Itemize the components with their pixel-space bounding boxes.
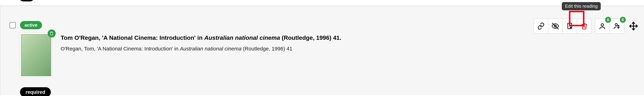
- instructors-count: 0: [607, 18, 609, 22]
- status-label: active: [24, 22, 38, 28]
- link-icon: [537, 22, 545, 30]
- students-button[interactable]: 0: [610, 19, 624, 33]
- svg-point-3: [601, 24, 604, 26]
- toolbar-group-main: [534, 18, 592, 34]
- svg-rect-0: [51, 32, 52, 32]
- book-thumbnail[interactable]: [20, 32, 52, 78]
- instructors-count-badge: 0: [605, 17, 611, 23]
- sub-tail: (Routledge, 1996) 41: [242, 46, 292, 52]
- move-icon: [629, 22, 638, 31]
- reading-title[interactable]: Tom O'Regan, 'A National Cinema: Introdu…: [61, 34, 535, 42]
- hide-button[interactable]: [548, 19, 563, 33]
- instructors-button[interactable]: 0: [595, 19, 610, 33]
- select-checkbox[interactable]: [10, 22, 16, 28]
- person-icon: [598, 22, 606, 30]
- row-toolbar: 0 0: [534, 18, 639, 34]
- book-icon: [50, 31, 54, 36]
- visibility-off-icon: [551, 22, 559, 30]
- book-cover: [21, 34, 51, 76]
- link-button[interactable]: [534, 19, 548, 33]
- hidden-top-pill: [19, 0, 34, 2]
- title-author: Tom O'Regan, 'A National Cinema: Introdu…: [61, 34, 204, 41]
- importance-label: required: [26, 89, 45, 95]
- trash-icon: [581, 22, 588, 30]
- edit-button[interactable]: [563, 19, 577, 33]
- reading-text: Tom O'Regan, 'A National Cinema: Introdu…: [61, 34, 535, 52]
- title-tail: (Routledge, 1996) 41.: [280, 34, 341, 41]
- sub-author: O'Regan, Tom, 'A National Cinema: Introd…: [61, 46, 180, 52]
- delete-button[interactable]: [577, 19, 592, 33]
- toolbar-group-users: 0 0: [595, 18, 624, 34]
- reading-row: active Tom O'Regan, 'A National Cinema: …: [0, 6, 644, 95]
- reading-subtitle: O'Regan, Tom, 'A National Cinema: Introd…: [61, 46, 535, 52]
- book-type-badge: [48, 30, 56, 38]
- status-badge: active: [20, 21, 42, 29]
- students-count-badge: 0: [620, 17, 626, 23]
- edit-tooltip: Edit this reading: [562, 2, 601, 10]
- svg-point-4: [615, 24, 617, 26]
- edit-note-icon: [566, 22, 574, 30]
- drag-handle[interactable]: [628, 21, 639, 31]
- students-count: 0: [622, 18, 624, 22]
- sub-source: Australian national cinema: [180, 46, 242, 52]
- importance-badge: required: [20, 87, 51, 96]
- person-swap-icon: [613, 22, 620, 30]
- edit-tooltip-label: Edit this reading: [565, 4, 598, 9]
- title-source: Australian national cinema: [204, 34, 280, 41]
